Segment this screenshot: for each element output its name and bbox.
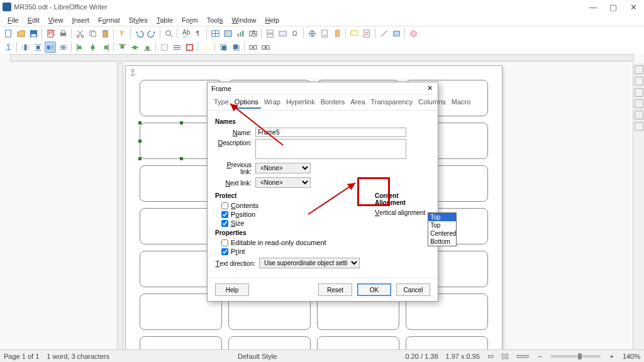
comment-icon[interactable] bbox=[348, 28, 360, 39]
unlink-frames-icon[interactable] bbox=[260, 41, 271, 53]
menu-form[interactable]: Form bbox=[178, 15, 202, 25]
tab-wrap[interactable]: Wrap bbox=[262, 96, 283, 109]
tab-options[interactable]: Options bbox=[232, 96, 261, 109]
border-style-icon[interactable] bbox=[171, 41, 182, 53]
align-center-v-icon[interactable] bbox=[129, 41, 140, 53]
align-top-icon[interactable] bbox=[116, 41, 128, 53]
clone-format-icon[interactable] bbox=[116, 28, 128, 39]
maximize-button[interactable]: ▢ bbox=[605, 1, 621, 13]
image-icon[interactable] bbox=[222, 28, 233, 39]
valign-option-top[interactable]: Top bbox=[428, 221, 456, 229]
menu-table[interactable]: Table bbox=[153, 15, 177, 25]
sidebar-inspect-icon[interactable] bbox=[635, 122, 643, 131]
wrap-off-icon[interactable] bbox=[19, 41, 31, 53]
menu-format[interactable]: Format bbox=[94, 15, 124, 25]
cut-icon[interactable] bbox=[74, 28, 86, 39]
sidebar-gallery-icon[interactable] bbox=[635, 88, 643, 97]
sidebar-properties-icon[interactable] bbox=[635, 65, 643, 74]
borders-icon[interactable] bbox=[158, 41, 170, 53]
redo-icon[interactable] bbox=[146, 28, 157, 39]
reset-button[interactable]: Reset bbox=[318, 283, 352, 296]
menu-edit[interactable]: Edit bbox=[24, 15, 43, 25]
valign-option-top-selected[interactable]: Top bbox=[428, 213, 456, 221]
anchor-icon[interactable] bbox=[3, 41, 14, 53]
name-input[interactable] bbox=[255, 128, 406, 137]
print-icon[interactable] bbox=[57, 28, 69, 39]
specialchar-icon[interactable]: Ω bbox=[289, 28, 301, 39]
menu-tools[interactable]: Tools bbox=[203, 15, 227, 25]
chart-icon[interactable] bbox=[235, 28, 246, 39]
menu-view[interactable]: View bbox=[45, 15, 67, 25]
status-zoom[interactable]: 140% bbox=[623, 353, 640, 360]
description-input[interactable] bbox=[255, 139, 406, 159]
wrap-through-icon[interactable] bbox=[57, 41, 69, 53]
sidebar-navigator-icon[interactable] bbox=[635, 99, 643, 108]
protect-size-checkbox[interactable] bbox=[221, 220, 228, 227]
pagebreak-icon[interactable] bbox=[264, 28, 275, 39]
menu-file[interactable]: File bbox=[4, 15, 23, 25]
align-left-obj-icon[interactable] bbox=[74, 41, 86, 53]
area-style-icon[interactable] bbox=[201, 41, 212, 53]
protect-contents-checkbox[interactable] bbox=[221, 202, 228, 209]
export-pdf-icon[interactable]: PDF bbox=[45, 28, 56, 39]
sidebar-page-icon[interactable] bbox=[635, 111, 643, 119]
basic-shapes-icon[interactable] bbox=[391, 28, 402, 39]
menu-window[interactable]: Window bbox=[228, 15, 260, 25]
dialog-close-icon[interactable]: ✕ bbox=[425, 84, 434, 93]
view-multi-icon[interactable]: ▯▯ bbox=[501, 352, 509, 360]
previous-link-select[interactable]: <None> bbox=[255, 163, 311, 173]
status-page[interactable]: Page 1 of 1 bbox=[4, 353, 39, 360]
close-button[interactable]: ✕ bbox=[625, 1, 641, 13]
footnote-icon[interactable] bbox=[319, 28, 330, 39]
bring-front-icon[interactable] bbox=[218, 41, 229, 53]
sidebar-styles-icon[interactable] bbox=[635, 77, 643, 85]
table-icon[interactable] bbox=[209, 28, 221, 39]
undo-icon[interactable] bbox=[133, 28, 145, 39]
tab-transparency[interactable]: Transparency bbox=[369, 96, 416, 109]
print-checkbox[interactable] bbox=[221, 248, 228, 255]
ok-button[interactable]: OK bbox=[357, 283, 391, 296]
bookmark-icon[interactable] bbox=[331, 28, 343, 39]
valign-option-centered[interactable]: Centered bbox=[428, 229, 456, 238]
cancel-button[interactable]: Cancel bbox=[396, 283, 430, 296]
vertical-ruler[interactable] bbox=[117, 63, 123, 352]
field-icon[interactable] bbox=[277, 28, 288, 39]
align-bottom-icon[interactable] bbox=[142, 41, 153, 53]
view-single-icon[interactable]: ▭ bbox=[487, 352, 494, 360]
text-direction-select[interactable]: Use superordinate object settings bbox=[259, 258, 360, 268]
next-link-select[interactable]: <None> bbox=[255, 177, 311, 188]
copy-icon[interactable] bbox=[87, 28, 98, 39]
menu-insert[interactable]: Insert bbox=[68, 15, 93, 25]
line-icon[interactable] bbox=[378, 28, 389, 39]
vertical-alignment-dropdown[interactable]: Top Top Centered Bottom bbox=[428, 212, 457, 246]
spellcheck-icon[interactable]: Ab bbox=[180, 28, 191, 39]
tab-hyperlink[interactable]: Hyperlink bbox=[284, 96, 318, 109]
textbox-icon[interactable]: A bbox=[247, 28, 258, 39]
new-doc-icon[interactable] bbox=[3, 28, 14, 39]
paste-icon[interactable] bbox=[99, 28, 111, 39]
menu-styles[interactable]: Styles bbox=[125, 15, 152, 25]
tab-borders[interactable]: Borders bbox=[318, 96, 348, 109]
save-icon[interactable] bbox=[28, 28, 39, 39]
editable-checkbox[interactable] bbox=[221, 239, 228, 246]
wrap-optimal-icon[interactable] bbox=[45, 41, 56, 53]
tab-macro[interactable]: Macro bbox=[449, 96, 474, 109]
menu-help[interactable]: Help bbox=[262, 15, 284, 25]
protect-position-checkbox[interactable] bbox=[221, 211, 228, 218]
align-right-obj-icon[interactable] bbox=[99, 41, 111, 53]
zoom-slider[interactable] bbox=[550, 355, 601, 358]
minimize-button[interactable]: — bbox=[585, 1, 601, 13]
border-color-icon[interactable] bbox=[184, 41, 195, 53]
status-style[interactable]: Default Style bbox=[238, 353, 277, 360]
trackchanges-icon[interactable] bbox=[361, 28, 372, 39]
status-wordcount[interactable]: 1 word, 3 characters bbox=[47, 353, 109, 360]
send-back-icon[interactable] bbox=[230, 41, 242, 53]
tab-columns[interactable]: Columns bbox=[416, 96, 448, 109]
align-center-h-icon[interactable] bbox=[87, 41, 98, 53]
tab-area[interactable]: Area bbox=[348, 96, 367, 109]
draw-functions-icon[interactable] bbox=[408, 28, 419, 39]
valign-option-bottom[interactable]: Bottom bbox=[428, 238, 456, 246]
open-icon[interactable] bbox=[15, 28, 26, 39]
help-button[interactable]: Help bbox=[215, 283, 249, 296]
formatting-marks-icon[interactable]: ¶ bbox=[192, 28, 204, 39]
